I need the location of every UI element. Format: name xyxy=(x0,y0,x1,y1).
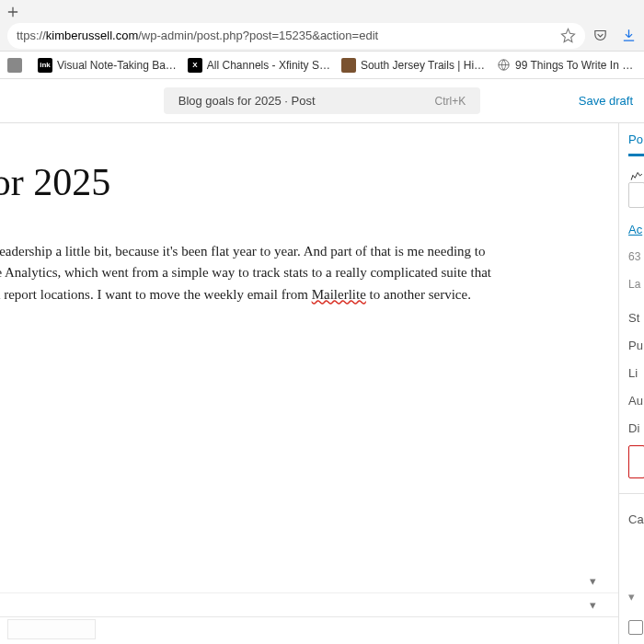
sidebar-last-edited: La xyxy=(628,270,644,298)
favicon-icon: X xyxy=(188,58,202,73)
tab-post[interactable]: Po xyxy=(628,132,644,156)
checkbox[interactable] xyxy=(628,620,643,635)
sidebar-categories[interactable]: Ca xyxy=(628,505,644,533)
sidebar-author[interactable]: Au xyxy=(628,386,644,414)
bookmark-item[interactable]: ink Visual Note-Taking Ba… xyxy=(38,58,177,73)
collapse-row: ▾ xyxy=(0,569,618,592)
post-title[interactable]: s for 2025 xyxy=(0,160,609,204)
sidebar-link[interactable]: Li xyxy=(628,359,644,386)
command-palette-button[interactable]: Blog goals for 2025 · Post Ctrl+K xyxy=(164,87,481,114)
spelling-error[interactable]: Mailerlite xyxy=(312,287,366,302)
sidebar-status[interactable]: St xyxy=(628,304,644,331)
sidebar-discussion[interactable]: Di xyxy=(628,414,644,442)
bookmark-item[interactable] xyxy=(7,58,27,73)
sidebar-trash-button[interactable] xyxy=(628,445,644,478)
post-paragraph[interactable]: ow the readership a little bit, because … xyxy=(0,241,609,305)
chevron-down-icon[interactable]: ▾ xyxy=(590,598,596,612)
bookmarks-bar: ink Visual Note-Taking Ba… X All Channel… xyxy=(0,52,644,79)
save-draft-button[interactable]: Save draft xyxy=(579,94,633,108)
favicon-icon xyxy=(341,58,356,73)
block-placeholder[interactable] xyxy=(7,619,96,639)
visibility-icon[interactable] xyxy=(628,169,644,182)
bookmark-item[interactable]: X All Channels - Xfinity S… xyxy=(188,58,330,73)
settings-sidebar: Po Ac 63 La St Pu Li Au Di Ca ▾ xyxy=(618,123,644,644)
divider xyxy=(619,493,644,494)
bookmark-item[interactable]: 99 Things To Write In … xyxy=(496,58,633,73)
bookmark-star-icon[interactable] xyxy=(560,28,576,43)
bookmark-label: 99 Things To Write In … xyxy=(515,59,633,72)
keyboard-shortcut: Ctrl+K xyxy=(435,95,466,108)
favicon-icon xyxy=(7,58,22,73)
document-title: Blog goals for 2025 · Post xyxy=(178,94,316,108)
url-text: ttps://kimberussell.com/wp-admin/post.ph… xyxy=(17,29,560,42)
download-icon[interactable] xyxy=(621,28,637,43)
sidebar-input[interactable] xyxy=(628,182,644,208)
sidebar-publish[interactable]: Pu xyxy=(628,331,644,359)
collapse-row: ▾ xyxy=(0,592,618,616)
favicon-icon: ink xyxy=(38,58,52,73)
editor-canvas[interactable]: s for 2025 ow the readership a little bi… xyxy=(0,123,618,644)
bookmark-label: All Channels - Xfinity S… xyxy=(207,59,330,72)
bookmark-item[interactable]: South Jersey Trails | Hi… xyxy=(341,58,485,73)
sidebar-word-count: 63 xyxy=(628,243,644,270)
chevron-down-icon[interactable]: ▾ xyxy=(628,590,644,604)
block-inserter-hint xyxy=(0,616,618,644)
sidebar-action-link[interactable]: Ac xyxy=(628,215,644,243)
pocket-icon[interactable] xyxy=(592,28,608,43)
new-tab-button[interactable] xyxy=(4,3,22,21)
bookmark-label: South Jersey Trails | Hi… xyxy=(361,59,485,72)
url-bar[interactable]: ttps://kimberussell.com/wp-admin/post.ph… xyxy=(7,23,585,49)
chevron-down-icon[interactable]: ▾ xyxy=(590,574,596,588)
bookmark-label: Visual Note-Taking Ba… xyxy=(57,59,177,72)
globe-icon xyxy=(496,58,511,73)
